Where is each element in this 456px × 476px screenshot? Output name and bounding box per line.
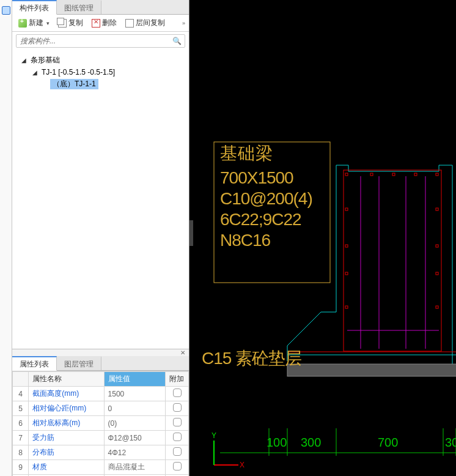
header-name: 属性名称 [29, 372, 104, 387]
upper-tabs: 构件列表 图纸管理 [12, 0, 189, 15]
cad-bedding-label: C15 素砼垫层 [202, 349, 301, 368]
svg-rect-6 [392, 173, 395, 176]
panel-splitter[interactable]: ✕ [12, 349, 189, 356]
cell-value[interactable]: 4Φ12 [104, 445, 165, 460]
svg-rect-7 [414, 173, 417, 176]
close-icon[interactable]: ✕ [180, 349, 189, 356]
component-tree: ◢ 条形基础 ◢ TJ-1 [-0.5-1.5 -0.5-1.5] （底）TJ-… [12, 50, 189, 349]
cell-index: 4 [13, 387, 29, 401]
svg-rect-16 [436, 306, 438, 308]
search-container: 🔍 [16, 34, 185, 48]
tab-component-list[interactable]: 构件列表 [12, 0, 57, 15]
tree-root-label: 条形基础 [28, 55, 62, 65]
cell-extra[interactable] [166, 445, 189, 460]
cell-value[interactable]: 0 [104, 401, 165, 416]
left-panel: 构件列表 图纸管理 新建 ▾ 复制 删除 层间复制 » 🔍 ◢ 条形基础 [12, 0, 189, 476]
property-table: 属性名称 属性值 附加 4截面高度(mm)15005相对偏心距(mm)06相对底… [12, 371, 189, 476]
cell-extra[interactable] [166, 401, 189, 416]
overflow-icon[interactable]: » [182, 20, 185, 26]
layer-copy-button[interactable]: 层间复制 [123, 17, 167, 29]
new-icon [18, 19, 27, 28]
dim-label: 300 [301, 436, 321, 449]
header-extra: 附加 [166, 372, 189, 387]
cell-extra[interactable] [166, 387, 189, 401]
cell-name: 相对底标高(m) [29, 416, 104, 431]
cell-name: 分布筋 [29, 445, 104, 460]
svg-rect-15 [345, 306, 348, 308]
cell-value[interactable]: 1500 [104, 387, 165, 401]
table-row[interactable]: 9材质商品混凝土 [13, 460, 189, 475]
copy-label: 复制 [68, 18, 83, 28]
svg-rect-12 [436, 245, 438, 247]
cell-value[interactable]: 商品混凝土 [104, 460, 165, 475]
cell-index: 8 [13, 445, 29, 460]
tree-item-tj1[interactable]: ◢ TJ-1 [-0.5-1.5 -0.5-1.5] [15, 67, 186, 78]
svg-text:Y: Y [211, 431, 216, 440]
tree-item-tj1-1[interactable]: （底）TJ-1-1 [15, 78, 186, 91]
svg-rect-10 [436, 208, 438, 210]
svg-rect-14 [436, 272, 438, 275]
panel-toggle-icon[interactable] [2, 6, 10, 15]
tab-layer-manager[interactable]: 图层管理 [57, 356, 101, 370]
cell-extra[interactable] [166, 460, 189, 475]
tree-node-label: TJ-1 [-0.5-1.5 -0.5-1.5] [39, 68, 117, 76]
expand-icon[interactable]: ◢ [21, 57, 27, 64]
cad-label: N8C16 [220, 231, 271, 250]
layer-copy-label: 层间复制 [136, 18, 165, 28]
property-grid: 属性名称 属性值 附加 4截面高度(mm)15005相对偏心距(mm)06相对底… [12, 371, 189, 476]
svg-rect-13 [345, 272, 348, 275]
dim-label: 700 [378, 436, 398, 449]
table-row[interactable]: 4截面高度(mm)1500 [13, 387, 189, 401]
search-input[interactable] [16, 34, 185, 48]
property-panel: 属性列表 图层管理 属性名称 属性值 附加 4截面高度(mm)15005相对偏心… [12, 356, 189, 476]
svg-rect-8 [436, 173, 438, 176]
cell-index: 7 [13, 431, 29, 445]
cell-value[interactable]: (0) [104, 416, 165, 431]
copy-icon [58, 19, 67, 28]
delete-icon [92, 19, 100, 28]
cad-label: 基础梁 [220, 144, 273, 163]
new-label: 新建 [29, 18, 43, 28]
cell-extra[interactable] [166, 431, 189, 445]
expand-icon[interactable]: ◢ [32, 69, 38, 76]
cell-name: 相对偏心距(mm) [29, 401, 104, 416]
tab-drawing-manager[interactable]: 图纸管理 [57, 0, 101, 14]
svg-text:X: X [240, 461, 245, 469]
cell-name: 材质 [29, 460, 104, 475]
table-row[interactable]: 5相对偏心距(mm)0 [13, 401, 189, 416]
table-row[interactable]: 8分布筋4Φ12 [13, 445, 189, 460]
table-row[interactable]: 6相对底标高(m)(0) [13, 416, 189, 431]
cell-extra[interactable] [166, 416, 189, 431]
component-toolbar: 新建 ▾ 复制 删除 层间复制 » [12, 15, 189, 32]
lower-tabs: 属性列表 图层管理 [12, 356, 189, 371]
table-row[interactable]: 7受力筋Φ12@150 [13, 431, 189, 445]
header-index [13, 372, 29, 387]
tree-item-root[interactable]: ◢ 条形基础 [15, 54, 186, 67]
svg-rect-4 [345, 173, 348, 176]
cell-index: 5 [13, 401, 29, 416]
svg-rect-2 [344, 170, 441, 351]
search-icon[interactable]: 🔍 [172, 37, 182, 45]
cell-value[interactable]: Φ12@150 [104, 431, 165, 445]
new-button[interactable]: 新建 ▾ [16, 17, 52, 29]
delete-label: 删除 [102, 18, 117, 28]
copy-button[interactable]: 复制 [56, 17, 86, 29]
cad-label: 700X1500 [220, 168, 293, 187]
cell-index: 9 [13, 460, 29, 475]
delete-button[interactable]: 删除 [89, 17, 119, 29]
svg-rect-9 [345, 208, 348, 210]
tree-leaf-label: （底）TJ-1-1 [50, 79, 98, 89]
svg-rect-11 [345, 245, 348, 247]
cell-name: 受力筋 [29, 431, 104, 445]
cad-label: 6C22;9C22 [220, 210, 301, 229]
header-value: 属性值 [104, 372, 165, 387]
svg-rect-5 [370, 173, 373, 176]
layer-copy-icon [125, 19, 134, 28]
cad-label: C10@200(4) [220, 189, 312, 208]
cell-index: 6 [13, 416, 29, 431]
chevron-down-icon: ▾ [46, 20, 50, 26]
tab-property-list[interactable]: 属性列表 [12, 356, 57, 371]
cad-canvas[interactable]: 基础梁 700X1500 C10@200(4) 6C22;9C22 N8C16 [189, 0, 456, 476]
dim-label: 30 [445, 436, 456, 449]
dim-label: 100 [267, 436, 287, 449]
